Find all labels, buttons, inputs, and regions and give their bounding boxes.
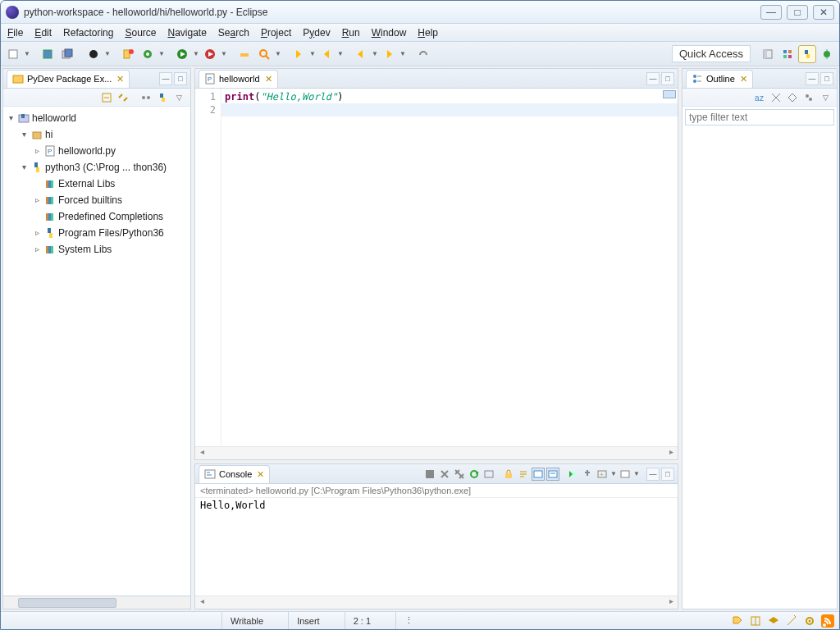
back-button[interactable] [352, 45, 370, 63]
new-console-icon[interactable] [619, 468, 632, 481]
close-icon[interactable]: ✕ [257, 469, 264, 480]
tree-item[interactable]: Forced builtins [58, 192, 122, 208]
save-button[interactable] [39, 45, 57, 63]
menu-help[interactable]: Help [418, 27, 438, 39]
display-console-icon[interactable] [566, 468, 579, 481]
prev-annotation-button[interactable] [317, 45, 336, 63]
horizontal-scrollbar[interactable] [3, 596, 190, 609]
debug-button[interactable] [139, 45, 157, 63]
outline-tab[interactable]: Outline ✕ [686, 70, 753, 88]
remove-launch-icon[interactable] [438, 468, 451, 481]
link-editor-icon[interactable] [116, 91, 130, 104]
status-cap-icon[interactable] [767, 614, 780, 628]
terminate-icon[interactable] [423, 468, 436, 481]
switch-button[interactable] [84, 45, 103, 63]
tree-hi[interactable]: hi [45, 126, 52, 143]
close-icon[interactable]: ✕ [740, 74, 747, 84]
tree-item[interactable]: External Libs [58, 176, 115, 192]
new-button[interactable] [4, 45, 22, 63]
menu-search[interactable]: Search [218, 27, 249, 39]
remove-all-icon[interactable] [453, 468, 466, 481]
console-horizontal-scrollbar[interactable]: ◂▸ [195, 596, 678, 609]
maximize-view-button[interactable]: □ [661, 72, 674, 85]
menu-refactoring[interactable]: Refactoring [63, 27, 113, 39]
twisty-icon[interactable]: ▹ [33, 225, 42, 241]
tree-item[interactable]: Predefined Completions [58, 208, 163, 225]
menu-source[interactable]: Source [125, 27, 156, 39]
run-button[interactable] [173, 45, 191, 63]
collapse-all-icon[interactable] [100, 91, 113, 104]
console-output[interactable]: Hello,World [195, 498, 678, 596]
coverage-button[interactable] [201, 45, 219, 63]
pydev-perspective-button[interactable] [798, 45, 816, 63]
tree-python[interactable]: python3 (C:\Prog ... thon36) [45, 159, 167, 176]
maximize-button[interactable]: □ [787, 5, 808, 20]
hide-fields-icon[interactable] [769, 91, 783, 104]
tree-item[interactable]: Program Files/Python36 [58, 225, 164, 241]
maximize-view-button[interactable]: □ [174, 72, 187, 85]
status-gear-icon[interactable] [803, 614, 816, 628]
sort-icon[interactable]: az [753, 91, 766, 104]
minimize-view-button[interactable]: ― [646, 468, 660, 481]
package-explorer-tab[interactable]: PyDev Package Ex... ✕ [7, 70, 130, 88]
clear-console-icon[interactable] [482, 468, 495, 481]
resource-perspective-button[interactable] [778, 45, 797, 63]
twisty-icon[interactable]: ▾ [20, 159, 29, 176]
minimize-view-button[interactable]: ― [646, 72, 660, 85]
relaunch-icon[interactable] [468, 468, 481, 481]
search-button[interactable] [255, 45, 273, 63]
maximize-view-button[interactable]: □ [661, 468, 674, 481]
status-pencil-icon[interactable] [785, 614, 798, 628]
link-icon[interactable] [802, 91, 815, 104]
redo-button[interactable] [414, 45, 432, 63]
menu-window[interactable]: Window [372, 27, 407, 39]
console-tab[interactable]: Console ✕ [199, 465, 270, 483]
minimize-view-button[interactable]: ― [159, 72, 172, 85]
tree-file[interactable]: helloworld.py [58, 143, 116, 159]
build-button[interactable] [235, 45, 253, 63]
tree-root[interactable]: helloworld [32, 110, 76, 126]
scroll-lock-icon[interactable] [502, 468, 515, 481]
menu-navigate[interactable]: Navigate [167, 27, 206, 39]
code-editor[interactable]: 1 2 print("Hello,World") [195, 89, 678, 446]
package-tree[interactable]: ▾helloworld ▾hi ▹Phelloworld.py ▾python3… [3, 107, 190, 596]
close-icon[interactable]: ✕ [116, 74, 124, 84]
view-menu-icon[interactable]: ▽ [819, 91, 832, 104]
view-menu-icon[interactable]: ▽ [172, 91, 185, 104]
filter-icon[interactable] [139, 91, 153, 104]
twisty-icon[interactable]: ▾ [20, 126, 29, 143]
open-perspective-button[interactable] [759, 45, 777, 63]
menu-pydev[interactable]: Pydev [303, 27, 330, 39]
status-tag-icon[interactable] [731, 614, 744, 628]
outline-filter-input[interactable] [685, 109, 834, 126]
minimize-view-button[interactable]: ― [806, 72, 819, 85]
menu-file[interactable]: File [7, 27, 23, 39]
pin-icon[interactable] [581, 468, 594, 481]
new-module-button[interactable] [119, 45, 137, 63]
maximize-view-button[interactable]: □ [820, 72, 833, 85]
close-icon[interactable]: ✕ [265, 74, 272, 84]
menu-edit[interactable]: Edit [34, 27, 52, 39]
status-rss-icon[interactable] [821, 614, 834, 628]
pin-console-icon[interactable] [546, 468, 559, 481]
quick-access[interactable]: Quick Access [672, 45, 751, 62]
forward-button[interactable] [380, 45, 398, 63]
new-py-icon[interactable] [156, 91, 169, 104]
twisty-icon[interactable]: ▾ [7, 110, 16, 126]
next-annotation-button[interactable] [290, 45, 308, 63]
editor-tab[interactable]: P helloworld ✕ [199, 70, 278, 88]
debug-perspective-button[interactable] [818, 45, 836, 63]
show-console-icon[interactable] [532, 468, 545, 481]
twisty-icon[interactable]: ▹ [33, 192, 42, 208]
save-all-button[interactable] [58, 45, 76, 63]
open-console-icon[interactable]: + [596, 468, 609, 481]
tree-item[interactable]: System Libs [58, 241, 112, 258]
menu-project[interactable]: Project [261, 27, 291, 39]
minimize-button[interactable]: — [760, 5, 782, 20]
editor-horizontal-scrollbar[interactable]: ◂▸ [195, 446, 678, 459]
menu-run[interactable]: Run [342, 27, 360, 39]
expand-icon[interactable] [786, 91, 799, 104]
twisty-icon[interactable]: ▹ [33, 143, 42, 159]
word-wrap-icon[interactable] [517, 468, 530, 481]
close-button[interactable]: ✕ [813, 5, 834, 20]
